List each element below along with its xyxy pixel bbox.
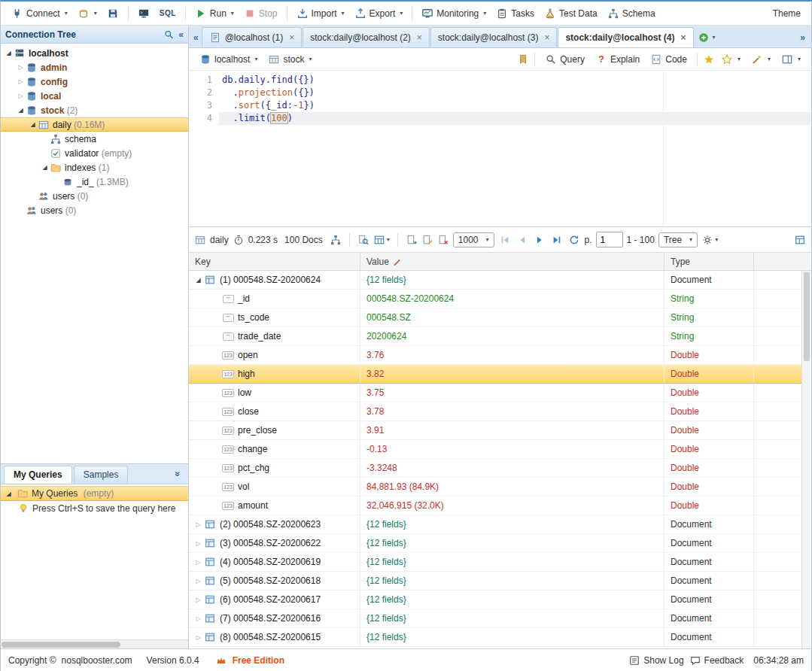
save-button[interactable] — [102, 5, 123, 22]
grid-row-1-000548-sz-20200624[interactable]: ◢(1) 000548.SZ-20200624{12 fields}Docume… — [189, 271, 811, 290]
collapse-queries-icon[interactable]: » — [173, 472, 184, 477]
grid-row-6-000548-sz-20200617[interactable]: ▷(6) 000548.SZ-20200617{12 fields}Docume… — [189, 591, 811, 609]
editor-code[interactable]: db.daily.find({}) .projection({}) .sort(… — [219, 71, 811, 226]
site-link[interactable]: nosqlbooster.com — [62, 655, 132, 666]
close-tab-icon[interactable]: × — [417, 32, 422, 43]
star-menu-button[interactable]: ▾ — [716, 51, 745, 68]
close-tab-icon[interactable]: × — [544, 32, 549, 43]
expand-node-icon[interactable]: ▷ — [16, 64, 26, 71]
column-header-type[interactable]: Type — [665, 253, 754, 270]
grid-row-3-000548-sz-20200622[interactable]: ▷(3) 000548.SZ-20200622{12 fields}Docume… — [189, 534, 811, 553]
grid-row-pct-chg[interactable]: 123pct_chg-3.3248Double — [189, 459, 811, 478]
delete-document-icon[interactable] — [437, 234, 449, 246]
tab-stock-daily-localhost-3[interactable]: stock:daily@localhost (3)× — [430, 27, 558, 47]
tree-item-localhost[interactable]: ◢localhost — [1, 46, 188, 60]
sql-console-button[interactable]: SQL — [155, 7, 181, 20]
expand-node-icon[interactable]: ▷ — [16, 78, 26, 85]
code-button[interactable]: Code — [646, 51, 692, 68]
close-tab-icon[interactable]: × — [289, 32, 294, 43]
collapse-node-icon[interactable]: ◢ — [28, 121, 38, 128]
grid-row-5-000548-sz-20200618[interactable]: ▷(5) 000548.SZ-20200618{12 fields}Docume… — [189, 572, 811, 591]
tabs-scroll-left-icon[interactable]: « — [193, 32, 199, 43]
collection-select[interactable]: stock ▾ — [263, 51, 316, 68]
collapse-sidebar-icon[interactable]: « — [178, 29, 184, 40]
expand-row-icon[interactable]: ▷ — [193, 521, 203, 528]
expand-row-icon[interactable]: ▷ — [193, 559, 203, 566]
test-data-button[interactable]: Test Data — [540, 5, 602, 22]
grid-row-amount[interactable]: 123amount32,046.915 (32.0K)Double — [189, 496, 811, 515]
column-header-value[interactable]: Value — [360, 253, 665, 270]
edit-document-icon[interactable] — [421, 234, 433, 246]
sidebar-hscrollbar[interactable] — [1, 639, 188, 648]
tree-item-validator[interactable]: validator (empty) — [1, 146, 188, 160]
tab-stock-daily-localhost-4[interactable]: stock:daily@localhost (4)× — [558, 27, 693, 47]
add-tab-icon[interactable] — [698, 32, 710, 44]
tabs-overflow-icon[interactable]: » — [800, 32, 805, 43]
tree-item-daily[interactable]: ◢daily (0.16M) — [1, 117, 188, 132]
search-icon[interactable] — [164, 29, 174, 39]
monitoring-button[interactable]: Monitoring ▾ — [417, 5, 491, 22]
settings-button[interactable]: ▾ — [701, 234, 718, 246]
grid-row-open[interactable]: 123open3.76Double — [189, 346, 811, 365]
tree-item-id[interactable]: _id_ (1.3MB) — [1, 175, 188, 189]
grid-row-id[interactable]: ""_id000548.SZ-20200624String — [189, 290, 811, 308]
column-header-key[interactable]: Key — [189, 253, 360, 270]
bookmark-icon[interactable] — [517, 53, 529, 65]
collapse-row-icon[interactable]: ◢ — [193, 277, 203, 284]
grid-row-vol[interactable]: 123vol84,881.93 (84.9K)Double — [189, 478, 811, 496]
view-document-icon[interactable] — [357, 234, 370, 246]
view-mode-select[interactable]: Tree ▾ — [658, 232, 698, 247]
grid-row-7-000548-sz-20200616[interactable]: ▷(7) 000548.SZ-20200616{12 fields}Docume… — [189, 609, 811, 628]
collapse-node-icon[interactable]: ◢ — [40, 164, 50, 171]
layout-menu-button[interactable]: ▾ — [777, 51, 805, 68]
tree-item-schema[interactable]: schema — [1, 132, 188, 146]
my-queries-root-item[interactable]: ◢ My Queries (empty) — [1, 486, 188, 501]
page-input[interactable] — [596, 232, 623, 247]
vscrollbar-thumb[interactable] — [804, 272, 810, 361]
grid-row-4-000548-sz-20200619[interactable]: ▷(4) 000548.SZ-20200619{12 fields}Docume… — [189, 553, 811, 572]
hscrollbar-thumb[interactable] — [2, 642, 120, 648]
schema-button[interactable]: Schema — [603, 5, 660, 22]
prev-page-icon[interactable] — [516, 234, 528, 246]
expand-row-icon[interactable]: ▷ — [193, 597, 203, 603]
expand-row-icon[interactable]: ▷ — [193, 615, 203, 622]
shell-button[interactable] — [133, 5, 154, 22]
close-tab-icon[interactable]: × — [681, 32, 686, 43]
import-button[interactable]: Import ▾ — [292, 5, 349, 22]
favorites-icon[interactable] — [703, 53, 715, 65]
explain-button[interactable]: ? Explain — [591, 51, 644, 68]
expand-results-icon[interactable] — [794, 234, 806, 246]
expand-row-icon[interactable]: ▷ — [193, 540, 203, 547]
tree-item-stock[interactable]: ◢stock (2) — [1, 103, 188, 117]
magic-menu-button[interactable]: ▾ — [747, 51, 775, 68]
grid-row-8-000548-sz-20200615[interactable]: ▷(8) 000548.SZ-20200615{12 fields}Docume… — [189, 628, 811, 647]
grid-row-low[interactable]: 123low3.75Double — [189, 384, 811, 402]
feedback-button[interactable]: Feedback — [689, 654, 744, 666]
collapse-row-icon[interactable]: ◢ — [4, 490, 14, 497]
grid-row-close[interactable]: 123close3.78Double — [189, 402, 811, 421]
tab-list-icon[interactable]: ▾ — [713, 34, 716, 41]
tree-item-indexes[interactable]: ◢indexes (1) — [1, 160, 188, 175]
grid-row-trade-date[interactable]: ""trade_date20200624String — [189, 327, 811, 346]
first-page-icon[interactable] — [499, 234, 511, 246]
refresh-icon[interactable] — [568, 234, 580, 246]
tab-samples[interactable]: Samples — [74, 466, 129, 484]
tree-item-admin[interactable]: ▷admin — [1, 60, 188, 74]
tree-item-users[interactable]: users (0) — [1, 203, 188, 217]
query-editor[interactable]: 1234 db.daily.find({}) .projection({}) .… — [189, 71, 811, 227]
database-select[interactable]: localhost ▾ — [195, 51, 262, 68]
tree-item-config[interactable]: ▷config — [1, 74, 188, 89]
open-connection-button[interactable]: ▾ — [73, 5, 102, 22]
grid-vscrollbar[interactable] — [801, 271, 811, 648]
last-page-icon[interactable] — [551, 234, 563, 246]
code-line[interactable]: db.daily.find({}) — [219, 74, 811, 87]
collapse-node-icon[interactable]: ◢ — [4, 50, 14, 56]
next-page-icon[interactable] — [534, 234, 546, 246]
grid-row-pre-close[interactable]: 123pre_close3.91Double — [189, 421, 811, 440]
export-button[interactable]: Export ▾ — [350, 5, 408, 22]
batch-size-select[interactable]: 1000 ▾ — [453, 232, 494, 247]
code-line[interactable]: .sort({_id:-1}) — [219, 99, 811, 112]
stop-button[interactable]: Stop — [239, 5, 282, 22]
schema-analyze-icon[interactable] — [330, 234, 342, 246]
grid-row-change[interactable]: 123change-0.13Double — [189, 440, 811, 459]
